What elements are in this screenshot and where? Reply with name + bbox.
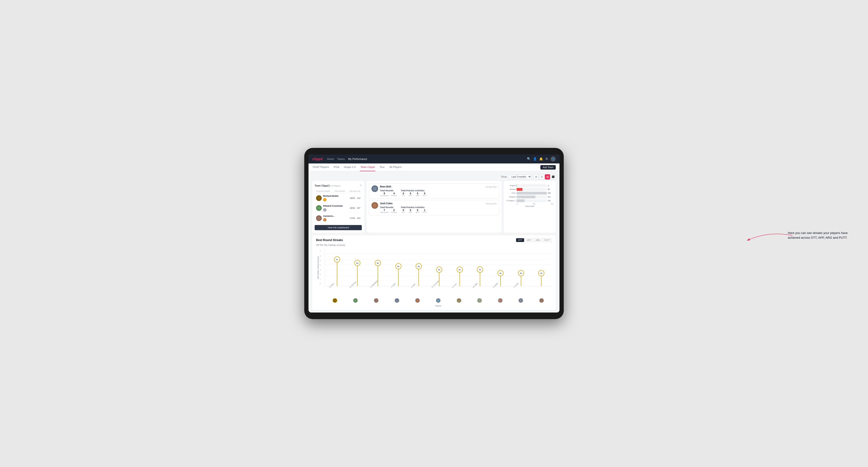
stem-jcoles bbox=[398, 269, 399, 286]
bell-icon[interactable]: 🔔 bbox=[539, 157, 543, 161]
bubble-crossman: 4x bbox=[436, 267, 442, 273]
player-scores-3: 17/20 103 bbox=[349, 217, 361, 219]
ott-filter-btn[interactable]: OTT bbox=[516, 238, 524, 242]
stem-dford bbox=[460, 273, 460, 286]
app-filter-btn[interactable]: APP bbox=[525, 238, 533, 242]
rank-badge-3: 3 bbox=[323, 218, 327, 221]
pb-score-1: 19/20 bbox=[349, 197, 355, 199]
list-view-btn[interactable]: ☰ bbox=[539, 174, 545, 180]
nav-home[interactable]: Home bbox=[327, 157, 334, 161]
bar-label-eagles: Eagles bbox=[506, 184, 516, 187]
pa-dford bbox=[457, 298, 461, 303]
period-select[interactable]: Last 3 months Last 6 months Last year bbox=[509, 175, 532, 179]
streaks-title: Best Round Streaks bbox=[316, 239, 343, 242]
streak-filters: OTT APP ARG PUTT bbox=[516, 238, 552, 242]
card-view-btn[interactable]: ▤ bbox=[545, 174, 550, 180]
arg-val-2: 0 bbox=[417, 209, 418, 212]
putt-val-1: 0 bbox=[424, 192, 425, 195]
pa-last bbox=[539, 298, 544, 303]
pa-crossman bbox=[436, 298, 441, 303]
ott-stat-1: 0 OTT bbox=[401, 192, 406, 196]
player-info-3: Cameron... 3 bbox=[323, 215, 348, 222]
tab-all-players[interactable]: All Players bbox=[389, 163, 402, 171]
bar-val-eagles: 3 bbox=[548, 184, 553, 187]
y-tick-1: 1 bbox=[320, 278, 324, 280]
y-tick-5: 5 bbox=[320, 260, 324, 261]
player-info-1: Richard Butler 1 bbox=[323, 195, 348, 201]
search-icon[interactable]: 🔍 bbox=[527, 157, 531, 161]
putt-lbl-2: PUTT bbox=[423, 212, 427, 213]
josh-practice-section: Total Practice Activities 0 OTT 0 bbox=[401, 206, 427, 213]
y-tick-6: 6 bbox=[320, 255, 324, 257]
settings-icon[interactable]: ⚙ bbox=[545, 157, 548, 161]
detail-view-btn[interactable]: ⬛ bbox=[551, 174, 556, 180]
ott-lbl-2: OTT bbox=[402, 212, 405, 213]
avatar[interactable]: 👤 bbox=[551, 156, 556, 161]
tournament-lbl-2: Tournament bbox=[380, 212, 389, 213]
stem-last bbox=[541, 276, 541, 286]
y-tick-0: 0 bbox=[320, 283, 324, 284]
player-name-3: Cameron... bbox=[323, 215, 348, 217]
bar-val-birdies: 96 bbox=[548, 188, 553, 190]
scatter-chart-container: Best Streak, Fairway Accuracy 7 6 5 4 3 … bbox=[316, 249, 552, 307]
bubble-last: 3x bbox=[538, 270, 545, 276]
y-axis-ticks: 7 6 5 4 3 2 1 0 bbox=[320, 249, 324, 286]
practice-lbl-2: Practice bbox=[391, 212, 397, 213]
tournament-lbl-1: Tournament bbox=[380, 195, 389, 196]
rees-britt-date: 02 Sep 2023 bbox=[486, 186, 497, 188]
practice-activities-label-2: Total Practice Activities bbox=[401, 206, 427, 209]
tournament-val-2: 7 bbox=[384, 209, 385, 212]
tournament-val-1: 8 bbox=[384, 192, 385, 195]
table-row: Edward Crossman 2 18/20 107 bbox=[315, 203, 362, 213]
tab-pga[interactable]: PGA bbox=[333, 163, 340, 171]
bar-row-birdies: Birdies 96 bbox=[506, 188, 553, 191]
bar-label-bogeys: Bogeys bbox=[506, 196, 516, 198]
y-tick-7: 7 bbox=[320, 250, 324, 252]
add-team-button[interactable]: Add Team bbox=[540, 165, 556, 169]
tab-hcaps[interactable]: Hcaps 1-5 bbox=[343, 163, 356, 171]
grid-view-btn[interactable]: ⊞ bbox=[533, 174, 539, 180]
col-pb-score: PB SCORE bbox=[335, 190, 345, 192]
ott-val-2: 0 bbox=[403, 209, 404, 212]
rees-britt-avatar bbox=[371, 185, 378, 192]
bar-row-d-bogeys: D. Bogeys + 131 bbox=[506, 199, 553, 202]
bar-track-bogeys bbox=[517, 195, 547, 198]
col-player-name: PLAYER NAME bbox=[316, 190, 330, 192]
pa-rbritt bbox=[415, 298, 420, 303]
bubble-billingham: 6x bbox=[375, 260, 381, 266]
y-tick-2: 2 bbox=[320, 274, 324, 275]
tab-team-clippd[interactable]: Team Clippd bbox=[360, 163, 375, 171]
tab-pgat-players[interactable]: PGAT Players bbox=[312, 163, 330, 171]
annotation-container: Here you can see streaks your players ha… bbox=[788, 231, 849, 240]
y-axis-title: Best Streak, Fairway Accuracy bbox=[317, 256, 319, 279]
bar-track-pars bbox=[517, 192, 547, 195]
edit-icon[interactable]: ✏ bbox=[360, 184, 362, 187]
content-area: Show Last 3 months Last 6 months Last ye… bbox=[309, 172, 559, 313]
player-avatar-2 bbox=[316, 205, 322, 211]
arg-stat-2: 0 ARG bbox=[415, 209, 420, 213]
tab-tour[interactable]: Tour bbox=[379, 163, 385, 171]
axis-200: 200 bbox=[533, 203, 535, 205]
arg-val-1: 0 bbox=[417, 192, 418, 195]
app-val-2: 0 bbox=[410, 209, 411, 212]
user-icon[interactable]: 👤 bbox=[533, 157, 537, 161]
nav-my-performance[interactable]: My Performance bbox=[348, 157, 367, 161]
navbar-right: 🔍 👤 🔔 ⚙ 👤 bbox=[527, 156, 556, 161]
view-full-leaderboard-button[interactable]: View Full Leaderboard bbox=[315, 225, 362, 230]
arg-filter-btn[interactable]: ARG bbox=[533, 238, 542, 242]
putt-filter-btn[interactable]: PUTT bbox=[543, 238, 552, 242]
app-val-1: 0 bbox=[410, 192, 411, 195]
team-title: Team Clippd | bbox=[315, 184, 331, 187]
practice-val-2: 2 bbox=[394, 209, 395, 212]
pa-rbutler bbox=[498, 298, 503, 303]
rank-badge-2: 2 bbox=[323, 208, 327, 212]
bubble-mmiller: 4x bbox=[477, 267, 483, 273]
bar-row-bogeys: Bogeys 311 bbox=[506, 195, 553, 198]
scatter-point-rbutler: 3x bbox=[497, 270, 503, 286]
nav-teams[interactable]: Teams bbox=[337, 157, 345, 161]
stem-crossman bbox=[439, 273, 439, 286]
bubble-ebert: 7x bbox=[334, 256, 340, 262]
app-stat-1: 0 APP bbox=[408, 192, 413, 196]
show-row: Show Last 3 months Last 6 months Last ye… bbox=[312, 174, 556, 180]
stem-mmiller bbox=[480, 273, 480, 286]
